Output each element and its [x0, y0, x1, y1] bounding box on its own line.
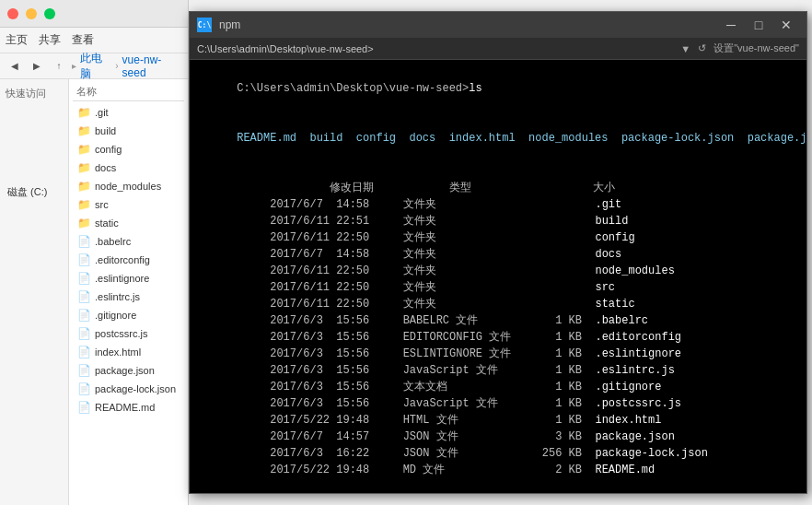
- list-item[interactable]: 📁 static: [73, 214, 184, 232]
- cmd-command: ls: [469, 82, 481, 95]
- file-name: src: [95, 199, 109, 210]
- list-item[interactable]: 📄 .babelrc: [73, 232, 184, 251]
- cmd-dir-entry: 2017/6/3 15:56 文本文档 1 KB .gitignore: [197, 379, 799, 395]
- minimize-button[interactable]: [26, 8, 37, 19]
- file-name: README.md: [95, 402, 155, 413]
- cmd-dir-entry: 2017/6/3 15:56 JavaScript 文件 1 KB .postc…: [197, 395, 799, 412]
- cmd-dropdown-action[interactable]: ▼: [680, 43, 690, 54]
- toolbar-view[interactable]: 查看: [72, 32, 94, 48]
- file-name: .eslintrc.js: [95, 291, 140, 302]
- list-item[interactable]: 📁 build: [73, 122, 184, 140]
- file-icon: 📄: [76, 271, 91, 286]
- cmd-line: C:\Users\admin\Desktop\vue-nw-seed>ls: [197, 64, 799, 113]
- toolbar-home[interactable]: 主页: [6, 32, 28, 48]
- path-item-current[interactable]: vue-nw-seed: [122, 53, 182, 79]
- list-item[interactable]: 📄 .eslintrc.js: [73, 288, 184, 306]
- cmd-line: README.md build config docs index.html n…: [197, 113, 799, 163]
- cmd-dir-header: 修改日期类型大小: [197, 180, 799, 196]
- file-list-header: 名称: [73, 83, 184, 101]
- col-header-name: 名称: [76, 85, 180, 99]
- file-name: static: [95, 217, 119, 229]
- list-item[interactable]: 📄 package-lock.json: [73, 380, 184, 398]
- cmd-dir-entry: 2017/6/3 15:56 JavaScript 文件 1 KB .eslin…: [197, 362, 799, 379]
- cmd-dir-entry: 2017/6/3 15:56 EDITORCONFIG 文件 1 KB .edi…: [197, 329, 799, 346]
- list-item[interactable]: 📁 .git: [73, 103, 184, 122]
- cmd-minimize-button[interactable]: ─: [718, 16, 744, 34]
- cmd-settings-action[interactable]: 设置"vue-nw-seed": [713, 41, 799, 55]
- cmd-dir-entry: 2017/5/22 19:48 MD 文件 2 KB README.md: [197, 462, 799, 478]
- folder-icon: 📁: [76, 197, 91, 212]
- cmd-window: C:\ npm ─ □ ✕ C:\Users\admin\Desktop\vue…: [189, 11, 807, 494]
- file-name: package.json: [95, 365, 155, 376]
- cmd-title: npm: [219, 18, 711, 31]
- cmd-blank-line: [197, 163, 799, 180]
- file-name: node_modules: [95, 181, 161, 192]
- list-item[interactable]: 📄 .eslintignore: [73, 269, 184, 288]
- cmd-path-text: C:\Users\admin\Desktop\vue-nw-seed>: [197, 43, 680, 54]
- file-name: postcssrc.js: [95, 328, 147, 339]
- file-name: docs: [95, 162, 116, 173]
- path-item-root[interactable]: 此电脑: [80, 51, 111, 82]
- cmd-window-controls: ─ □ ✕: [718, 16, 799, 34]
- drive-c[interactable]: 磁盘 (C:): [4, 183, 64, 201]
- file-name: config: [95, 144, 122, 155]
- file-name: .editorconfig: [95, 254, 150, 265]
- explorer-content: 快速访问 磁盘 (C:) 名称 📁 .git 📁 build 📁 config: [0, 79, 188, 505]
- list-item[interactable]: 📁 node_modules: [73, 177, 184, 195]
- cmd-dir-entry: 2017/6/7 14:58 文件夹 .git: [197, 196, 799, 213]
- file-panel: 名称 📁 .git 📁 build 📁 config 📁 docs 📁 no: [69, 79, 188, 505]
- cmd-maximize-button[interactable]: □: [746, 16, 771, 34]
- cmd-close-button[interactable]: ✕: [773, 16, 799, 34]
- cmd-line: C:\Users\admin\Desktop\vue-nw-seed>npm r…: [197, 478, 799, 493]
- folder-icon: 📁: [76, 105, 91, 120]
- folder-icon: 📁: [76, 179, 91, 194]
- list-item[interactable]: 📄 index.html: [73, 343, 184, 361]
- list-item[interactable]: 📄 postcssrc.js: [73, 324, 184, 343]
- file-name: .eslintignore: [95, 273, 149, 284]
- folder-icon: 📁: [76, 142, 91, 157]
- nav-path: ▸ 此电脑 › vue-nw-seed: [72, 51, 182, 82]
- list-item[interactable]: 📁 src: [73, 195, 184, 214]
- cmd-icon-text: C:\: [198, 21, 211, 29]
- file-name: .git: [95, 107, 109, 118]
- ls-output: README.md build config docs index.html n…: [237, 132, 806, 145]
- cmd-refresh-action[interactable]: ↺: [698, 42, 706, 54]
- cmd-dir-entry: 2017/6/11 22:50 文件夹 node_modules: [197, 263, 799, 279]
- js-icon: 📄: [76, 289, 91, 304]
- file-icon: 📄: [76, 252, 91, 267]
- sidebar-quickaccess-title: 快速访问: [6, 87, 63, 100]
- list-item[interactable]: 📁 docs: [73, 159, 184, 177]
- sidebar-quickaccess: 快速访问: [0, 83, 68, 106]
- file-name: .babelrc: [95, 236, 131, 247]
- md-icon: 📄: [76, 400, 91, 415]
- toolbar-share[interactable]: 共享: [39, 32, 61, 48]
- js-icon: 📄: [76, 326, 91, 341]
- json-icon: 📄: [76, 382, 91, 396]
- json-icon: 📄: [76, 363, 91, 378]
- cmd-titlebar: C:\ npm ─ □ ✕: [190, 12, 806, 38]
- back-arrow[interactable]: ◀: [6, 57, 24, 76]
- list-item[interactable]: 📄 .gitignore: [73, 306, 184, 324]
- file-name: package-lock.json: [95, 383, 176, 394]
- explorer-window: 主页 共享 查看 ◀ ▶ ↑ ▸ 此电脑 › vue-nw-seed 快速访问 …: [0, 0, 189, 505]
- list-item[interactable]: 📁 config: [73, 140, 184, 159]
- cmd-path-actions: ▼ ↺ 设置"vue-nw-seed": [680, 41, 799, 55]
- close-button[interactable]: [7, 8, 18, 19]
- folder-icon: 📁: [76, 123, 91, 138]
- file-name: build: [95, 125, 116, 136]
- list-item[interactable]: 📄 package.json: [73, 361, 184, 380]
- list-item[interactable]: 📄 .editorconfig: [73, 251, 184, 269]
- cmd-dir-entry: 2017/6/11 22:50 文件夹 static: [197, 296, 799, 312]
- forward-arrow[interactable]: ▶: [28, 57, 46, 76]
- cmd-icon: C:\: [197, 18, 212, 32]
- list-item[interactable]: 📄 README.md: [73, 398, 184, 417]
- explorer-titlebar: [0, 0, 188, 28]
- cmd-body[interactable]: C:\Users\admin\Desktop\vue-nw-seed>ls RE…: [190, 60, 806, 493]
- up-arrow[interactable]: ↑: [50, 57, 68, 76]
- cmd-dir-entry: 2017/6/3 16:22 JSON 文件 256 KB package-lo…: [197, 445, 799, 462]
- cmd-dir-entry: 2017/6/3 15:56 BABELRC 文件 1 KB .babelrc: [197, 312, 799, 329]
- cmd-dir-entry: 2017/6/7 14:58 文件夹 docs: [197, 246, 799, 263]
- path-separator: ▸: [72, 61, 76, 71]
- maximize-button[interactable]: [44, 8, 55, 19]
- cmd-path-bar: C:\Users\admin\Desktop\vue-nw-seed> ▼ ↺ …: [190, 38, 806, 60]
